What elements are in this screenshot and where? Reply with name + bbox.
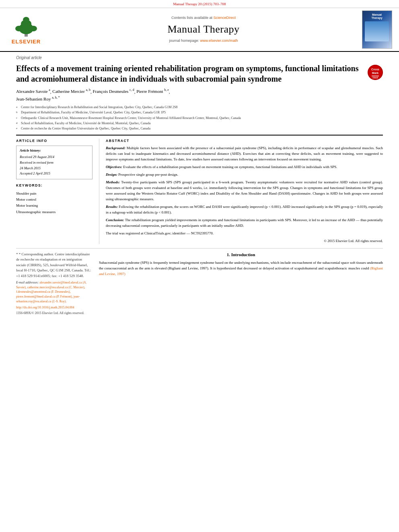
abstract-results: Results: Following the rehabilitation pr… <box>106 204 383 216</box>
affil-text-d: School of Rehabilitation, Faculty of Med… <box>21 121 150 126</box>
crossmark-area: Cross Mark check <box>368 65 383 80</box>
affil-text-b: Department of Rehabilitation, Faculty of… <box>21 110 166 115</box>
two-column-layout: Article Info Article history: Received 2… <box>16 139 383 244</box>
affil-sup-d: d <box>16 121 19 126</box>
methods-text: Twenty-five participants with SPS (SPS g… <box>106 180 383 201</box>
sciencedirect-link[interactable]: ScienceDirect <box>214 16 236 20</box>
email-block: E-mail addresses: alexandre.savoie@fmed.… <box>16 280 93 304</box>
conclusion-label: Conclusion: <box>106 218 124 222</box>
revised-label: Received in revised form <box>20 160 89 166</box>
affil-row-c: c Orthopaedic Clinical Research Unit, Ma… <box>16 116 383 121</box>
publisher-logo-area: ELSEVIER <box>4 10 48 49</box>
background-label: Background: <box>106 146 125 150</box>
issn-line: 1356-689X/© 2015 Elsevier Ltd. All right… <box>16 311 93 316</box>
svg-text:check: check <box>372 76 378 79</box>
copyright-line: © 2015 Elsevier Ltd. All rights reserved… <box>106 238 383 244</box>
results-text: Following the rehabilitation program, th… <box>106 205 383 214</box>
affiliations: a Centre for Interdisciplinary Research … <box>16 105 383 131</box>
history-heading: Article history: <box>20 148 89 153</box>
revised-date: 24 March 2015 <box>20 166 89 171</box>
authors-line: Alexandre Savoie a, Catherine Mercier a,… <box>16 88 383 103</box>
affil-text-e: Centre de recherche du Centre Hospitalie… <box>21 126 150 131</box>
author-3: François Desmeules c, d <box>93 89 134 94</box>
journal-cover-image: ManualTherapy <box>362 10 392 49</box>
affil-text-c: Orthopaedic Clinical Research Unit, Mais… <box>21 116 241 121</box>
corresponding-label: * Corresponding author. <box>19 252 54 256</box>
journal-title-area: Contents lists available at ScienceDirec… <box>52 10 355 49</box>
crossmark-svg: Cross Mark check <box>368 65 383 80</box>
conclusion-text: The rehabilitation program yielded impro… <box>106 218 383 228</box>
article-info-box: Article history: Received 29 August 2014… <box>16 146 93 179</box>
corresponding-author-note: * * Corresponding author. Centre interdi… <box>16 252 93 279</box>
elsevier-logo: ELSEVIER <box>10 13 42 45</box>
elsevier-text: ELSEVIER <box>12 38 41 45</box>
received-date: Received 29 August 2014 <box>20 154 89 160</box>
author-4: Pierre Frémont b, e <box>136 89 169 94</box>
cover-title-text: ManualTherapy <box>371 13 382 20</box>
results-label: Results: <box>106 205 118 209</box>
section-title: Introduction <box>231 252 255 257</box>
svg-text:Mark: Mark <box>372 72 378 74</box>
article-title: Effects of a movement training oriented … <box>16 63 364 84</box>
journal-homepage-line: journal homepage: www.elsevier.com/math <box>169 38 238 43</box>
section-number: 1. <box>227 252 230 257</box>
abstract-text: Background: Multiple factors have been a… <box>106 146 383 244</box>
affil-sup-a: a <box>16 105 19 110</box>
svg-point-4 <box>15 26 23 31</box>
bottom-section: * * Corresponding author. Centre interdi… <box>16 248 383 316</box>
abstract-methods: Methods: Twenty-five participants with S… <box>106 180 383 202</box>
svg-point-3 <box>23 17 29 23</box>
journal-cover-area: ManualTherapy <box>359 10 395 49</box>
objectives-text: Evaluate the effects of a rehabilitation… <box>123 165 337 169</box>
objectives-label: Objectives: <box>106 165 122 169</box>
journal-reference: Manual Therapy 20 (2015) 703–708 <box>0 0 399 8</box>
author-5: Jean-Sébastien Roy a, h, * <box>16 97 60 101</box>
keywords-heading: Keywords: <box>16 183 93 188</box>
intro-text: Subacromial pain syndrome (SPS) is frequ… <box>99 260 383 277</box>
keyword-1: Shoulder pain <box>16 191 93 197</box>
crossmark-icon: Cross Mark check <box>368 65 383 80</box>
keywords-section: Keywords: Shoulder pain Motor control Mo… <box>16 183 93 215</box>
introduction-column: 1. Introduction Subacromial pain syndrom… <box>99 252 383 316</box>
accepted-date: Accepted 2 April 2015 <box>20 171 89 177</box>
author-1: Alexandre Savoie a <box>16 89 50 94</box>
elsevier-tree-icon <box>10 13 42 37</box>
abstract-objectives: Objectives: Evaluate the effects of a re… <box>106 164 383 170</box>
article-info-heading: Article Info <box>16 139 93 144</box>
footnote-column: * * Corresponding author. Centre interdi… <box>16 252 93 316</box>
affil-text-a: Centre for Interdisciplinary Research in… <box>21 105 177 110</box>
abstract-background: Background: Multiple factors have been a… <box>106 146 383 162</box>
keyword-3: Motor learning <box>16 203 93 209</box>
journal-ref-text: Manual Therapy 20 (2015) 703–708 <box>173 2 226 6</box>
affil-sup-b: b <box>16 110 19 115</box>
left-column: Article Info Article history: Received 2… <box>16 139 93 244</box>
doi-line: http://dx.doi.org/10.1016/j.math.2015.04… <box>16 305 93 310</box>
page: Manual Therapy 20 (2015) 703–708 ELSEVIE… <box>0 0 399 532</box>
right-column: Abstract Background: Multiple factors ha… <box>106 139 383 244</box>
svg-text:Cross: Cross <box>371 68 379 71</box>
keyword-list: Shoulder pain Motor control Motor learni… <box>16 191 93 215</box>
journal-header: ELSEVIER Contents lists available at Sci… <box>0 8 399 52</box>
sciencedirect-line: Contents lists available at ScienceDirec… <box>171 15 236 21</box>
keyword-2: Motor control <box>16 197 93 203</box>
affil-row-a: a Centre for Interdisciplinary Research … <box>16 105 383 110</box>
svg-point-5 <box>30 26 37 31</box>
issn-text: 1356-689X/© 2015 Elsevier Ltd. All right… <box>16 311 84 315</box>
background-text: Multiple factors have been associated wi… <box>106 146 383 161</box>
affil-row-d: d School of Rehabilitation, Faculty of M… <box>16 121 383 126</box>
email-label: E-mail addresses: <box>16 281 39 284</box>
article-body: Original article Effects of a movement t… <box>0 52 399 320</box>
trial-text: The trial was registered at ClinicalTria… <box>106 231 214 235</box>
abstract-design: Design: Prospective single group pre-pos… <box>106 172 383 178</box>
design-text: Prospective single group pre-post design… <box>118 173 178 177</box>
intro-paragraph: Subacromial pain syndrome (SPS) is frequ… <box>99 261 383 270</box>
abstract-conclusion: Conclusion: The rehabilitation program y… <box>106 218 383 229</box>
intro-heading: 1. Introduction <box>99 252 383 258</box>
affil-row-b: b Department of Rehabilitation, Faculty … <box>16 110 383 115</box>
homepage-label: journal homepage: <box>169 39 200 43</box>
vertical-divider <box>99 139 99 244</box>
homepage-link[interactable]: www.elsevier.com/math <box>200 39 238 43</box>
abstract-trial: The trial was registered at ClinicalTria… <box>106 231 383 236</box>
doi-link[interactable]: http://dx.doi.org/10.1016/j.math.2015.04… <box>16 306 74 309</box>
keyword-4: Ultrasonographic measures <box>16 209 93 215</box>
